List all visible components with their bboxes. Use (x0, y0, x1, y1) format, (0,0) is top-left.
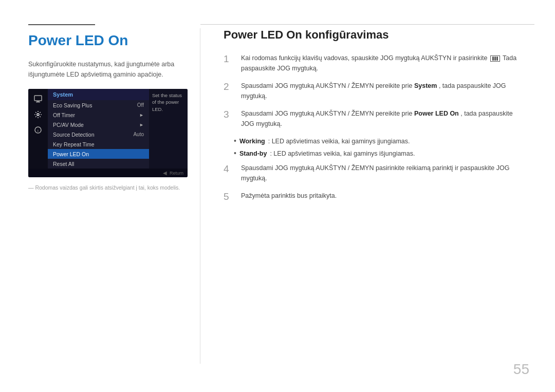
monitor-icon (31, 93, 45, 105)
icon-bar: i (28, 89, 48, 169)
step-2: 2 Spausdami JOG mygtuką AUKŠTYN / ŽEMYN … (224, 81, 527, 101)
menu-area: System Eco Saving Plus Off Off Timer ► P… (48, 89, 149, 169)
step-text-3: Spausdami JOG mygtuką AUKŠTYN / ŽEMYN pe… (241, 108, 527, 129)
settings-icon (31, 108, 45, 121)
step-1: 1 Kai rodomas funkcijų klavišų vadovas, … (224, 53, 527, 73)
page-title: Power LED On (28, 32, 182, 49)
return-arrow-icon: ◀ (163, 170, 167, 176)
bullet-standby: Stand-by : LED apšvietimas veikia, kai g… (234, 148, 527, 159)
menu-item-resetall: Reset All (48, 159, 149, 169)
step-5: 5 Pažymėta parinktis bus pritaikyta. (224, 191, 527, 203)
menu-item-eco: Eco Saving Plus Off (48, 100, 149, 110)
menu-item-pcav: PC/AV Mode ► (48, 120, 149, 129)
return-label: Return (170, 171, 183, 176)
svg-rect-2 (36, 102, 40, 103)
menu-item-offtimer: Off Timer ► (48, 110, 149, 120)
steps-list: 1 Kai rodomas funkcijų klavišų vadovas, … (224, 53, 527, 203)
jog-icon (490, 55, 500, 62)
monitor-bottom-bar: ◀ Return (28, 169, 188, 177)
step-text-1: Kai rodomas funkcijų klavišų vadovas, sp… (241, 53, 527, 73)
left-column: Power LED On Sukonfigūruokite nustatymus… (0, 0, 200, 392)
section-title: Power LED On konfigūravimas (224, 28, 527, 42)
right-column: Power LED On konfigūravimas 1 Kai rodoma… (200, 0, 555, 392)
step-number-4: 4 (224, 163, 234, 176)
info-text: Set the status of the power LED. (152, 92, 182, 112)
svg-rect-0 (34, 96, 42, 101)
step-text-5: Pažymėta parinktis bus pritaikyta. (241, 191, 527, 201)
bullet-list: Working : LED apšvietimas veikia, kai ga… (234, 136, 527, 159)
step-4: 4 Spausdami JOG mygtuką AUKŠTYN / ŽEMYN … (224, 163, 527, 183)
menu-item-source: Source Detection Auto (48, 129, 149, 139)
info-icon: i (31, 124, 45, 136)
svg-rect-1 (36, 101, 40, 102)
page-number: 55 (513, 361, 529, 378)
left-description: Sukonfigūruokite nustatymus, kad įjungtu… (28, 59, 182, 80)
step-number-5: 5 (224, 191, 234, 203)
menu-item-powerled: Power LED On Working Stand-by (48, 149, 149, 159)
svg-point-3 (37, 114, 39, 116)
bullet-working: Working : LED apšvietimas veikia, kai ga… (234, 136, 527, 146)
step-text-4: Spausdami JOG mygtuką AUKŠTYN / ŽEMYN pa… (241, 163, 527, 183)
step-number-1: 1 (224, 53, 234, 66)
monitor-mockup: i System Eco Saving Plus Off Off Timer ► (28, 89, 188, 177)
step-3: 3 Spausdami JOG mygtuką AUKŠTYN / ŽEMYN … (224, 108, 527, 129)
info-panel: Set the status of the power LED. (149, 89, 188, 169)
step-number-3: 3 (224, 108, 234, 121)
step-number-2: 2 (224, 81, 234, 94)
menu-category: System (48, 89, 149, 100)
footnote: ― Rodomas vaizdas gali skirtis atsižvelg… (28, 184, 182, 191)
top-divider-right (200, 24, 534, 25)
step-text-2: Spausdami JOG mygtuką AUKŠTYN / ŽEMYN pe… (241, 81, 527, 101)
svg-text:i: i (38, 128, 39, 133)
menu-item-keyrepeat: Key Repeat Time (48, 139, 149, 149)
